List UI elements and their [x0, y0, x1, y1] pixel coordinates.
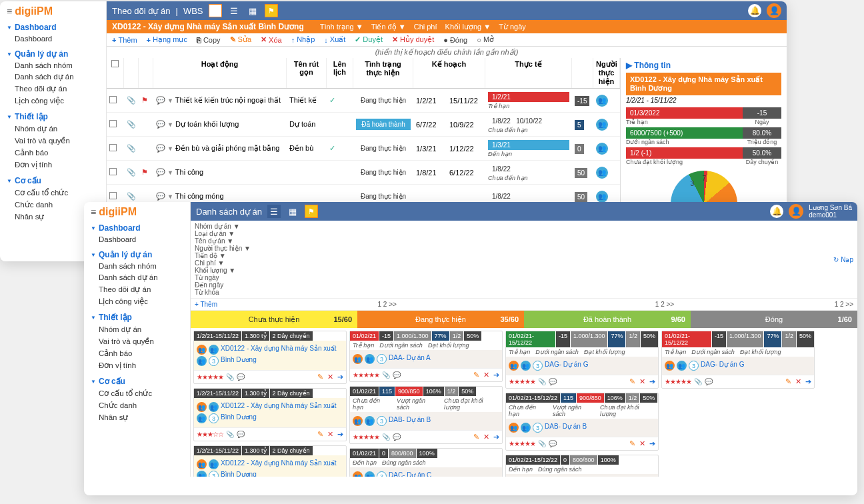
sidebar-item[interactable]: Cảnh báo	[7, 147, 99, 159]
sidebar-item[interactable]: Đơn vị tính	[91, 359, 183, 371]
clip-icon[interactable]: 📎	[538, 378, 546, 385]
add-button[interactable]: + Thêm	[195, 301, 217, 308]
filter-item[interactable]: Chi phí	[414, 23, 437, 31]
clip-icon[interactable]: 📎	[538, 440, 546, 447]
clip-icon[interactable]: 📎	[124, 191, 139, 202]
table-row[interactable]: 📎 ⚑ 💬 ▼ Thi công Đang thực hiện 1/8/21 6…	[107, 161, 620, 185]
project-card[interactable]: 1/2/21-15/11/221.300 tỷ2 Dây chuyền 👥👥XD…	[193, 331, 347, 384]
status-segment[interactable]: Chưa thực hiện15/60	[191, 311, 357, 328]
select-all-checkbox[interactable]	[111, 60, 119, 67]
comment-icon[interactable]: 💬	[393, 433, 401, 441]
sidebar-section[interactable]: Thiết lập	[7, 112, 99, 121]
menu-icon[interactable]: ≡	[7, 6, 12, 17]
filter-item[interactable]: Tiến độ ▼	[195, 252, 251, 259]
toolbar-button[interactable]: ↑ Nhập	[291, 35, 315, 44]
user-avatar[interactable]: 👤	[767, 3, 781, 18]
sidebar-item[interactable]: Danh sách nhóm	[91, 261, 183, 271]
filter-item[interactable]: Khối lượng ▼	[195, 267, 251, 274]
bell-icon[interactable]: 🔔	[770, 205, 783, 218]
menu-icon[interactable]: ≡	[91, 207, 96, 217]
row-checkbox[interactable]	[109, 168, 117, 175]
sidebar-item[interactable]: Vai trò và quyền	[7, 135, 99, 147]
sidebar-item[interactable]: Lịch công việc	[7, 95, 99, 107]
grid-icon[interactable]: ▦	[246, 4, 259, 17]
edit-icon[interactable]: ✎	[629, 377, 635, 386]
project-card[interactable]: 01/02/21115900/850106%1/250% Chưa đến hạ…	[349, 386, 503, 444]
sidebar-item[interactable]: Danh sách dự án	[7, 71, 99, 83]
paging-top2[interactable]: 1 2 >>	[655, 301, 674, 308]
comment-icon[interactable]: 💬	[393, 371, 401, 379]
list-icon[interactable]: ☰	[227, 4, 241, 17]
comment-icon[interactable]: 💬	[705, 378, 713, 385]
project-card[interactable]: 01/02/21-151.000/1.30077%1/250% Trễ hạnD…	[349, 331, 503, 382]
clip-icon[interactable]: 📎	[124, 143, 139, 154]
row-checkbox[interactable]	[109, 120, 117, 127]
project-card[interactable]: 01/02/21-15/12/220800/800100% Đến hạnĐún…	[505, 455, 659, 477]
delete-icon[interactable]: ✕	[483, 433, 489, 441]
arrow-icon[interactable]: ➔	[337, 373, 343, 381]
project-card[interactable]: 01/02/21-15/12/22115900/850106%1/250% Ch…	[505, 393, 659, 451]
sidebar-item[interactable]: Đơn vị tính	[7, 159, 99, 171]
arrow-icon[interactable]: ➔	[337, 430, 343, 439]
sidebar-section[interactable]: Quản lý dự án	[7, 49, 99, 59]
sidebar-item[interactable]: Danh sách nhóm	[7, 60, 99, 71]
clip-icon[interactable]: 📎	[382, 371, 390, 379]
filter-item[interactable]: Nhóm dự án ▼	[195, 223, 251, 230]
comment-icon[interactable]: 💬	[237, 373, 245, 381]
filter-item[interactable]: Tình trạng ▼	[320, 23, 363, 31]
filter-item[interactable]: Khối lượng ▼	[445, 23, 491, 31]
clip-icon[interactable]: 📎	[226, 373, 234, 381]
toolbar-button[interactable]: ✎ Sửa	[230, 35, 251, 44]
delete-icon[interactable]: ✕	[795, 377, 801, 386]
sidebar-item[interactable]: Nhóm dự án	[91, 323, 183, 335]
user-icon[interactable]: 👥	[596, 95, 608, 107]
toolbar-button[interactable]: ○ Mở	[477, 35, 494, 44]
row-checkbox[interactable]	[109, 96, 117, 103]
arrow-icon[interactable]: ➔	[493, 371, 499, 379]
edit-icon[interactable]: ✎	[317, 430, 323, 439]
sidebar-section[interactable]: Cơ cấu	[7, 176, 99, 185]
table-row[interactable]: 📎 ⚑ 💬 ▼ Thiết kế kiến trúc nội ngoại thấ…	[107, 89, 620, 113]
filter-item[interactable]: Chi phí ▼	[195, 259, 251, 267]
filter-item[interactable]: Tiến độ ▼	[371, 23, 406, 31]
list-icon[interactable]: ☰	[267, 205, 281, 218]
sidebar-item[interactable]: Nhân sự	[91, 411, 183, 423]
project-card[interactable]: 01/02/21-15/12/22-151.000/1.30077%1/250%…	[661, 331, 815, 389]
bell-icon[interactable]: 🔔	[748, 4, 761, 17]
edit-icon[interactable]: ✎	[473, 371, 479, 379]
filter-item[interactable]: Từ khóa	[195, 289, 251, 296]
arrow-icon[interactable]: ➔	[805, 377, 811, 386]
sidebar-item[interactable]: Nhóm dự án	[7, 123, 99, 135]
sidebar-item[interactable]: Vai trò và quyền	[91, 335, 183, 347]
comment-icon[interactable]: 💬	[549, 378, 557, 385]
grid-icon[interactable]: ▦	[286, 205, 299, 218]
toolbar-button[interactable]: ↓ Xuất	[324, 35, 345, 44]
edit-icon[interactable]: ✎	[785, 377, 791, 386]
sidebar-section[interactable]: Thiết lập	[91, 313, 183, 322]
sidebar-item[interactable]: Danh sách dự án	[91, 271, 183, 283]
table-row[interactable]: 📎 💬 ▼ Đền bù và giải phóng mặt bằng Đền …	[107, 137, 620, 161]
clip-icon[interactable]: 📎	[124, 95, 139, 106]
comment-icon[interactable]: 💬	[156, 120, 165, 128]
project-card[interactable]: 1/2/21-15/11/221.300 tỷ2 Dây chuyền 👥👥XD…	[193, 445, 347, 477]
comment-icon[interactable]: 💬	[237, 431, 245, 438]
user-icon[interactable]: 👥	[596, 119, 608, 131]
delete-icon[interactable]: ✕	[327, 430, 333, 439]
sidebar-section[interactable]: Dashboard	[7, 23, 99, 32]
toolbar-button[interactable]: ● Đóng	[443, 35, 467, 44]
refresh-button[interactable]: ↻ Nạp	[833, 256, 853, 263]
project-card[interactable]: 01/02/210800/800100% Đến hạnĐúng ngân sá…	[349, 448, 503, 477]
comment-icon[interactable]: 💬	[156, 144, 165, 152]
comment-icon[interactable]: 💬	[549, 440, 557, 447]
toolbar-button[interactable]: ⎘ Copy	[197, 35, 221, 44]
clip-icon[interactable]: 📎	[226, 431, 234, 438]
delete-icon[interactable]: ✕	[483, 371, 489, 379]
filter-item[interactable]: Người thực hiện ▼	[195, 245, 251, 252]
row-checkbox[interactable]	[109, 144, 117, 151]
arrow-icon[interactable]: ➔	[649, 377, 655, 386]
user-icon[interactable]: 👥	[596, 167, 608, 179]
sidebar-item[interactable]: Dashboard	[7, 33, 99, 44]
status-segment[interactable]: Đã hoàn thành9/60	[524, 311, 691, 328]
clip-icon[interactable]: 📎	[124, 167, 139, 178]
paging-top[interactable]: 1 2 >>	[377, 301, 396, 308]
